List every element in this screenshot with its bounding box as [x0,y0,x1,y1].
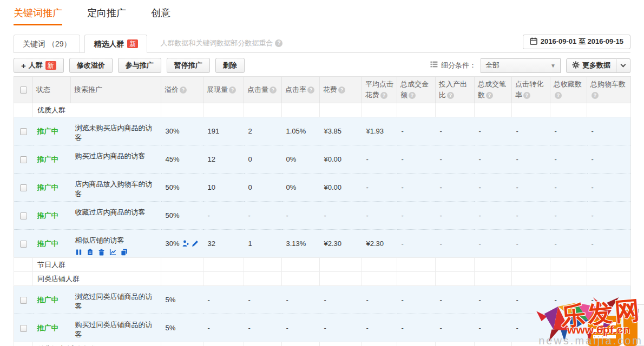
help-icon[interactable]: ? [270,86,277,94]
status-badge: 推广中 [37,296,58,304]
help-icon[interactable]: ? [555,92,562,99]
side-helper-widget[interactable] [627,304,644,346]
toolbar-button-2[interactable]: 暂停推广 [167,58,210,73]
row-checkbox-cell [14,230,33,258]
cell-premium: 30% [161,117,203,145]
cell-avg-click-cost: - [362,314,397,342]
cell-clicks: - [244,202,282,230]
cell-value: - [440,211,442,219]
row-checkbox[interactable] [20,184,27,191]
cell-conversion-rate: - [512,145,550,174]
cell-value: - [479,239,481,248]
help-icon[interactable]: ? [409,92,416,99]
cell-total-deal-amount: - [397,230,436,258]
group-empty-cell [244,103,282,117]
help-icon[interactable]: ? [180,86,187,94]
row-checkbox-cell [14,174,33,202]
cell-value: - [592,155,594,163]
cell-total-favorites: - [550,117,587,145]
help-icon[interactable]: ? [523,92,530,99]
cell-search-promo: 相似店铺的访客 [71,230,161,258]
audience-name[interactable]: 相似店铺的访客 [75,236,157,245]
audience-name[interactable]: 收藏过店内商品的访客 [75,208,157,217]
column-header-total-carts: 总购物车数? [587,77,631,103]
cell-conversion-rate: - [512,230,550,258]
cell-value: - [479,296,481,304]
filter-select[interactable]: 全部 ▼ [481,58,561,73]
tab-audience[interactable]: 精选人群 新 [84,35,147,53]
copy-icon[interactable] [121,249,128,256]
nav-item-1[interactable]: 定向推广 [87,6,126,25]
cell-total-favorites: - [550,286,587,314]
tab-keyword[interactable]: 关键词 （29） [14,35,80,53]
cell-value: - [366,183,369,191]
toolbar-button-1[interactable]: 参与推广 [118,58,161,73]
help-icon[interactable]: ? [486,92,493,99]
help-icon[interactable]: ? [229,86,236,94]
cell-clicks: 0 [244,174,282,202]
group-empty-cell [475,258,512,272]
cell-value: - [555,183,557,191]
cell-value: ¥3.85 [324,127,342,135]
audience-name[interactable]: 购买过同类店铺商品的访客 [75,320,157,340]
crowd-icon[interactable] [182,240,189,247]
add-audience-button[interactable]: + 人群 新 [14,58,64,73]
help-icon[interactable]: ? [380,92,387,99]
chart-icon[interactable] [109,249,116,256]
cell-ctr: - [282,202,320,230]
nav-item-2[interactable]: 创意 [151,6,170,25]
cell-value: - [366,211,369,219]
cell-value: - [366,324,369,332]
row-checkbox[interactable] [20,212,27,219]
cell-premium: 45% [161,145,203,174]
cell-total-deal-amount: - [397,314,436,342]
nav-item-0[interactable]: 关键词推广 [14,6,62,25]
select-all-checkbox[interactable] [20,86,27,94]
date-range-button[interactable]: 2016-09-01 至 2016-09-15 [523,35,630,49]
more-data-button[interactable]: 更多数据 [566,58,616,73]
cell-value: - [555,239,557,248]
cell-total-carts: - [587,174,631,202]
help-icon[interactable]: ? [275,39,282,47]
premium-value-wrap: 5% [166,324,199,332]
column-header-impressions: 展现量? [203,77,244,103]
cell-value: - [516,211,518,219]
row-checkbox[interactable] [20,241,27,248]
audience-name[interactable]: 浏览过同类店铺商品的访客 [75,292,157,311]
trash-icon[interactable] [98,249,105,256]
group-empty-cell [203,272,244,286]
row-checkbox-cell [14,202,33,230]
pencil-icon[interactable] [192,240,199,247]
clipboard-icon[interactable] [87,249,94,256]
row-checkbox[interactable] [20,128,27,135]
cell-value: - [479,127,481,135]
pause-icon[interactable] [75,249,82,256]
toolbar-button-0[interactable]: 修改溢价 [69,58,113,73]
audience-name[interactable]: 浏览未购买店内商品的访客 [75,123,157,143]
column-header-label: 总收藏数 [554,80,582,88]
row-checkbox[interactable] [20,297,27,304]
status-badge: 推广中 [37,239,58,248]
cell-conversion-rate: - [512,117,550,145]
cell-value: - [555,211,557,219]
audience-name[interactable]: 店内商品放入购物车的访客 [75,179,157,199]
column-header-premium: 溢价? [161,77,203,103]
help-icon[interactable]: ? [592,92,599,99]
more-data-expand-button[interactable] [616,58,630,73]
group-empty-cell [362,258,397,272]
help-icon[interactable]: ? [447,92,454,99]
row-checkbox[interactable] [20,156,27,163]
premium-value-wrap: 50% [166,211,199,219]
help-icon[interactable]: ? [338,86,345,94]
help-icon[interactable]: ? [307,86,314,94]
cell-status: 推广中 [33,230,71,258]
premium-value-wrap: 50% [166,183,199,191]
audience-name[interactable]: 购买过店内商品的访客 [75,151,157,161]
dropdown-arrow-icon: ▼ [550,63,556,69]
row-checkbox[interactable] [20,325,27,332]
cell-value: - [248,211,251,219]
toolbar-button-3[interactable]: 删除 [215,58,245,73]
group-label-cell: 优质人群 [33,103,161,117]
group-empty-cell [436,272,475,286]
group-empty-cell [282,272,320,286]
